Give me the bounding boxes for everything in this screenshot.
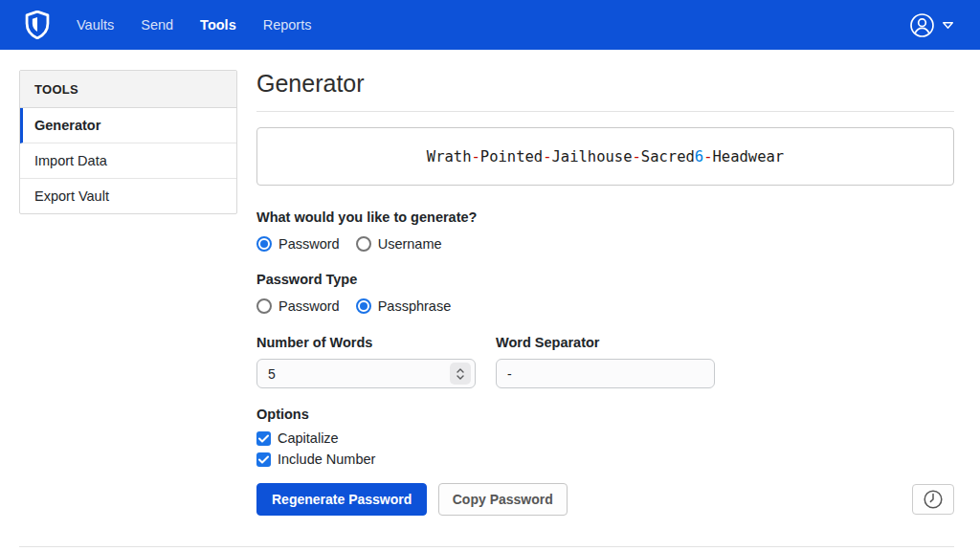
bitwarden-logo[interactable] bbox=[25, 11, 50, 39]
radio-unselected-icon[interactable] bbox=[256, 298, 272, 314]
num-words-label: Number of Words bbox=[256, 335, 476, 350]
passphrase-segment: Jailhouse bbox=[552, 148, 633, 165]
include-number-option[interactable]: Include Number bbox=[256, 452, 954, 467]
sidebar-item-generator[interactable]: Generator bbox=[20, 108, 236, 143]
checkbox-checked-icon[interactable] bbox=[256, 431, 271, 446]
chevron-down-icon bbox=[942, 21, 954, 30]
word-separator-label: Word Separator bbox=[496, 335, 715, 350]
page-title: Generator bbox=[256, 70, 954, 112]
nav-item-vaults[interactable]: Vaults bbox=[77, 17, 114, 33]
action-buttons: Regenerate Password Copy Password bbox=[256, 483, 568, 516]
sidebar-item-export-vault[interactable]: Export Vault bbox=[20, 179, 236, 213]
generate-radio-group: Password Username bbox=[256, 236, 954, 252]
passphrase-segment: - bbox=[471, 148, 479, 165]
capitalize-option[interactable]: Capitalize bbox=[256, 430, 954, 446]
radio-option-password-type[interactable]: Password bbox=[256, 298, 340, 314]
number-stepper[interactable] bbox=[450, 363, 471, 385]
tools-sidebar: TOOLS Generator Import Data Export Vault bbox=[19, 70, 237, 214]
include-number-label: Include Number bbox=[278, 452, 375, 467]
word-separator-input[interactable] bbox=[507, 366, 710, 382]
radio-option-label: Username bbox=[378, 236, 442, 252]
bitwarden-shield-icon bbox=[25, 11, 50, 39]
radio-unselected-icon[interactable] bbox=[356, 236, 371, 252]
password-type-radio-group: Password Passphrase bbox=[256, 298, 954, 314]
word-separator-field: Word Separator bbox=[496, 335, 715, 388]
generated-passphrase[interactable]: Wrath-Pointed-Jailhouse-Sacred6-Headwear bbox=[256, 127, 954, 186]
copy-password-button[interactable]: Copy Password bbox=[438, 483, 568, 516]
account-menu[interactable] bbox=[909, 12, 954, 38]
options-label: Options bbox=[256, 407, 954, 422]
generator-page: Generator Wrath-Pointed-Jailhouse-Sacred… bbox=[256, 70, 954, 516]
num-words-input-wrap bbox=[256, 359, 476, 388]
sidebar-header: TOOLS bbox=[20, 71, 236, 108]
nav-item-send[interactable]: Send bbox=[141, 17, 173, 33]
stepper-chevrons-icon bbox=[456, 367, 465, 381]
passphrase-segment: - bbox=[633, 148, 641, 165]
passphrase-segment: - bbox=[703, 148, 712, 165]
passphrase-settings-row: Number of Words Word Separator bbox=[256, 335, 954, 388]
radio-option-password[interactable]: Password bbox=[256, 236, 340, 252]
radio-selected-icon[interactable] bbox=[256, 236, 272, 252]
person-circle-icon bbox=[909, 12, 935, 38]
passphrase-segment: - bbox=[543, 148, 551, 165]
actions-row: Regenerate Password Copy Password bbox=[256, 483, 954, 516]
nav-item-tools[interactable]: Tools bbox=[200, 17, 236, 33]
footer-divider bbox=[19, 546, 954, 547]
top-navbar: Vaults Send Tools Reports bbox=[0, 0, 980, 50]
passphrase-segment: Headwear bbox=[713, 148, 785, 165]
regenerate-password-button[interactable]: Regenerate Password bbox=[256, 483, 427, 516]
clock-history-icon bbox=[923, 489, 944, 510]
passphrase-segment: Pointed bbox=[480, 148, 543, 165]
passphrase-segment: 6 bbox=[695, 148, 703, 165]
password-type-label: Password Type bbox=[256, 272, 954, 287]
radio-option-username[interactable]: Username bbox=[356, 236, 442, 252]
radio-selected-icon[interactable] bbox=[356, 298, 371, 314]
radio-option-label: Password bbox=[278, 298, 340, 314]
passphrase-segment: Wrath bbox=[427, 148, 472, 165]
radio-option-label: Passphrase bbox=[378, 298, 452, 314]
sidebar-item-import-data[interactable]: Import Data bbox=[20, 143, 236, 179]
nav-item-reports[interactable]: Reports bbox=[263, 17, 312, 33]
generate-group-label: What would you like to generate? bbox=[256, 209, 954, 225]
checkbox-checked-icon[interactable] bbox=[256, 452, 271, 467]
radio-option-label: Password bbox=[278, 236, 340, 252]
capitalize-label: Capitalize bbox=[278, 430, 339, 446]
num-words-field: Number of Words bbox=[256, 335, 476, 388]
word-separator-input-wrap bbox=[496, 359, 715, 388]
num-words-input[interactable] bbox=[268, 366, 450, 382]
passphrase-segment: Sacred bbox=[641, 148, 695, 165]
radio-option-passphrase[interactable]: Passphrase bbox=[356, 298, 452, 314]
password-history-button[interactable] bbox=[912, 484, 954, 515]
